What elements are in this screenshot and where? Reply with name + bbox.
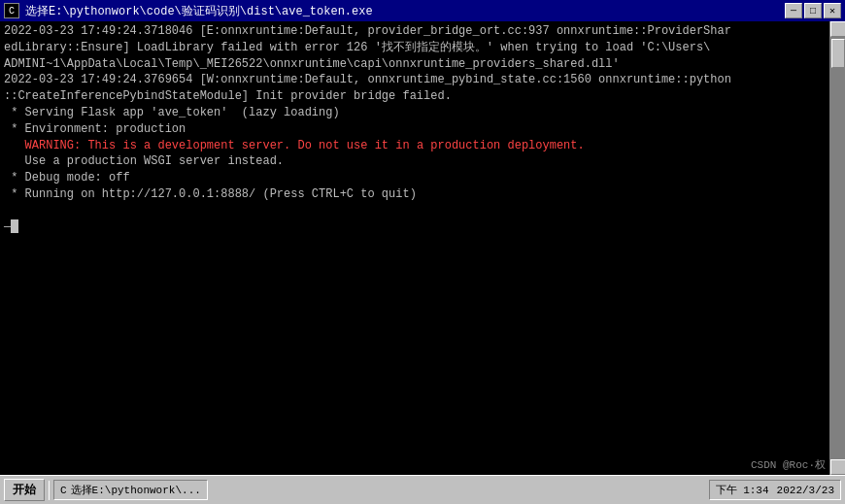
watermark: CSDN @Roc·权 <box>751 458 826 473</box>
scrollbar-thumb[interactable] <box>831 39 845 68</box>
console-line-3: * Serving Flask app 'ave_token' (lazy lo… <box>4 105 841 121</box>
close-button[interactable]: ✕ <box>824 3 841 18</box>
scrollbar-track[interactable] <box>830 37 845 459</box>
taskbar: 开始 C 选择E:\pythonwork\... 下午 1:34 2022/3/… <box>0 475 845 504</box>
taskbar-item-icon: C <box>60 485 67 496</box>
console-container: 2022-03-23 17:49:24.3718046 [E:onnxrunti… <box>0 21 845 475</box>
console-line-9 <box>4 203 841 219</box>
console-area[interactable]: 2022-03-23 17:49:24.3718046 [E:onnxrunti… <box>0 21 845 475</box>
title-bar-buttons: ─ □ ✕ <box>785 3 841 18</box>
cursor-block <box>11 219 18 233</box>
minimize-button[interactable]: ─ <box>785 3 802 18</box>
console-line-2: 2022-03-23 17:49:24.3769654 [W:onnxrunti… <box>4 72 841 105</box>
console-line-5: WARNING: This is a development server. D… <box>4 138 841 154</box>
window-title: 选择E:\pythonwork\code\验证码识别\dist\ave_toke… <box>25 3 373 19</box>
taskbar-date: 2022/3/23 <box>777 485 834 496</box>
scrollbar-down-arrow[interactable]: ▼ <box>830 459 846 475</box>
taskbar-item-console[interactable]: C 选择E:\pythonwork\... <box>53 480 208 500</box>
console-line-6: Use a production WSGI server instead. <box>4 153 841 170</box>
scrollbar[interactable]: ▲ ▼ <box>829 21 845 475</box>
window-icon: C <box>4 3 19 18</box>
taskbar-time: 下午 1:34 <box>716 483 769 497</box>
taskbar-item-label: 选择E:\pythonwork\... <box>71 483 201 497</box>
start-button[interactable]: 开始 <box>4 479 45 501</box>
title-bar-left: C 选择E:\pythonwork\code\验证码识别\dist\ave_to… <box>4 3 373 19</box>
console-line-7: * Debug mode: off <box>4 170 841 186</box>
taskbar-clock: 下午 1:34 2022/3/23 <box>709 480 841 500</box>
console-line-8: * Running on http://127.0.0.1:8888/ (Pre… <box>4 186 841 203</box>
console-line-4: * Environment: production <box>4 121 841 138</box>
console-cursor-line: ─ <box>4 219 841 236</box>
scrollbar-up-arrow[interactable]: ▲ <box>830 21 846 37</box>
title-bar: C 选择E:\pythonwork\code\验证码识别\dist\ave_to… <box>0 0 845 21</box>
console-line-1: 2022-03-23 17:49:24.3718046 [E:onnxrunti… <box>4 23 841 72</box>
maximize-button[interactable]: □ <box>804 3 822 18</box>
taskbar-divider <box>49 481 50 500</box>
